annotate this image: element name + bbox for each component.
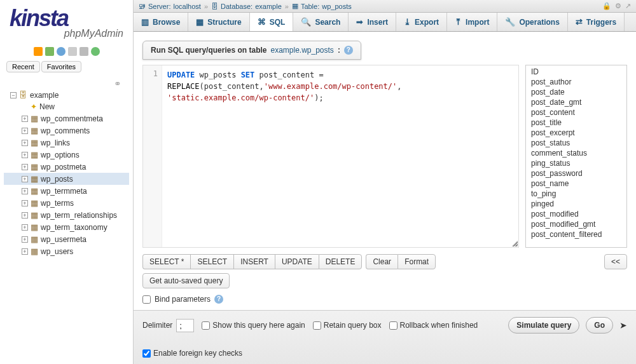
resize-handle[interactable] — [511, 240, 518, 246]
table-icon: ▦ — [31, 114, 38, 123]
column-option[interactable]: post_date — [526, 87, 626, 97]
tree-table-wp_postmeta[interactable]: +▦wp_postmeta — [4, 161, 129, 173]
column-option[interactable]: pinged — [526, 199, 626, 209]
tab-favorites[interactable]: Favorites — [41, 61, 81, 72]
tree-table-wp_term_relationships[interactable]: +▦wp_term_relationships — [4, 209, 129, 221]
tree-table-wp_terms[interactable]: +▦wp_terms — [4, 197, 129, 209]
tab-browse[interactable]: ▥Browse — [134, 13, 188, 31]
expand-icon[interactable]: + — [22, 188, 28, 194]
simulate-button[interactable]: Simulate query — [508, 317, 579, 334]
column-list[interactable]: IDpost_authorpost_datepost_date_gmtpost_… — [525, 65, 627, 248]
collapse-icon[interactable]: − — [10, 92, 17, 98]
update-button[interactable]: UPDATE — [275, 254, 319, 269]
select-button[interactable]: SELECT — [190, 254, 233, 269]
help-icon[interactable]: ? — [344, 46, 353, 55]
tree-table-wp_options[interactable]: +▦wp_options — [4, 149, 129, 161]
query-header-prefix: Run SQL query/queries on table — [151, 46, 266, 55]
expand-icon[interactable]: + — [22, 212, 28, 219]
retain-checkbox[interactable] — [313, 321, 321, 330]
expand-icon[interactable]: + — [22, 224, 28, 231]
rollback-option[interactable]: Rollback when finished — [389, 321, 478, 330]
settings-icon[interactable] — [80, 47, 88, 56]
overview-icon[interactable]: ↗ — [625, 2, 631, 10]
fk-checkbox[interactable] — [142, 349, 151, 358]
bind-params-label: Bind parameters — [155, 295, 211, 304]
tab-structure[interactable]: ▦Structure — [188, 13, 249, 31]
tree-table-wp_usermeta[interactable]: +▦wp_usermeta — [4, 233, 129, 245]
column-option[interactable]: post_excerpt — [526, 128, 626, 138]
collapse-columns-button[interactable]: << — [604, 254, 627, 269]
bind-params-checkbox[interactable] — [142, 295, 151, 304]
delimiter-input[interactable] — [176, 319, 194, 332]
format-button[interactable]: Format — [398, 254, 436, 269]
select-star-button[interactable]: SELECT * — [142, 254, 190, 269]
code-area[interactable]: UPDATE wp_posts SET post_content = REPLA… — [162, 65, 407, 247]
column-option[interactable]: comment_status — [526, 148, 626, 158]
tree-table-wp_comments[interactable]: +▦wp_comments — [4, 125, 129, 137]
bc-table[interactable]: ▦Table: wp_posts — [292, 2, 352, 10]
column-option[interactable]: post_author — [526, 77, 626, 87]
tree-table-wp_users[interactable]: +▦wp_users — [4, 245, 129, 257]
tab-operations[interactable]: 🔧Operations — [497, 13, 567, 31]
tree-table-wp_term_taxonomy[interactable]: +▦wp_term_taxonomy — [4, 221, 129, 233]
column-option[interactable]: post_content — [526, 107, 626, 118]
go-button[interactable]: Go — [586, 317, 613, 334]
fk-option[interactable]: Enable foreign key checks — [142, 349, 242, 358]
lock-icon[interactable]: 🔒 — [602, 2, 611, 10]
exit-icon[interactable] — [45, 47, 54, 56]
tree-db-node[interactable]: − 🗄 example — [4, 89, 129, 101]
sql-editor[interactable]: 1 UPDATE wp_posts SET post_content = REP… — [142, 65, 519, 248]
column-option[interactable]: ping_status — [526, 158, 626, 168]
home-icon[interactable] — [34, 47, 43, 56]
column-option[interactable]: ID — [526, 67, 626, 77]
tree-table-wp_posts[interactable]: +▦wp_posts — [4, 173, 129, 185]
rollback-checkbox[interactable] — [389, 321, 398, 330]
help-icon[interactable]: ? — [214, 295, 223, 304]
tab-triggers[interactable]: ⇄Triggers — [568, 13, 625, 31]
expand-icon[interactable]: + — [22, 164, 28, 170]
show-again-checkbox[interactable] — [202, 321, 210, 330]
tree-new[interactable]: ✦ New — [4, 101, 129, 112]
expand-icon[interactable]: + — [22, 248, 28, 255]
expand-icon[interactable]: + — [22, 116, 28, 122]
tab-import[interactable]: ⤒Import — [447, 13, 497, 31]
delete-button[interactable]: DELETE — [319, 254, 363, 269]
show-again-option[interactable]: Show this query here again — [202, 321, 305, 330]
column-option[interactable]: post_date_gmt — [526, 97, 626, 107]
insert-button[interactable]: INSERT — [233, 254, 275, 269]
column-option[interactable]: post_modified_gmt — [526, 219, 626, 229]
query-header-table[interactable]: example.wp_posts — [270, 46, 333, 55]
link-icon[interactable]: ⚭ — [4, 79, 129, 89]
expand-icon[interactable]: + — [22, 200, 28, 206]
reload-icon[interactable] — [91, 47, 100, 56]
sql-icon[interactable] — [57, 47, 66, 56]
tab-sql[interactable]: ⌘SQL — [250, 13, 294, 31]
expand-icon[interactable]: + — [22, 152, 28, 158]
tree-table-wp_commentmeta[interactable]: +▦wp_commentmeta — [4, 112, 129, 125]
clear-button[interactable]: Clear — [366, 254, 398, 269]
tab-export[interactable]: ⤓Export — [396, 13, 447, 31]
tab-search[interactable]: 🔍Search — [293, 13, 349, 31]
column-option[interactable]: to_ping — [526, 189, 626, 199]
bc-server[interactable]: 🖳Server: localhost — [139, 3, 201, 10]
column-option[interactable]: post_name — [526, 179, 626, 189]
expand-icon[interactable]: + — [22, 140, 28, 146]
tab-recent[interactable]: Recent — [6, 61, 40, 72]
retain-option[interactable]: Retain query box — [313, 321, 382, 330]
tab-insert[interactable]: ➟Insert — [349, 13, 396, 31]
tree-table-wp_termmeta[interactable]: +▦wp_termmeta — [4, 185, 129, 197]
column-option[interactable]: post_status — [526, 138, 626, 148]
expand-icon[interactable]: + — [22, 236, 28, 243]
gear-icon[interactable]: ⚙ — [615, 2, 621, 10]
expand-icon[interactable]: + — [22, 176, 28, 182]
tree-table-wp_links[interactable]: +▦wp_links — [4, 137, 129, 149]
sidebar: kinsta phpMyAdmin Recent Favorites ⚭ − 🗄… — [0, 0, 134, 364]
column-option[interactable]: post_title — [526, 118, 626, 128]
bc-database[interactable]: 🗄Database: example — [211, 3, 282, 10]
column-option[interactable]: post_modified — [526, 209, 626, 219]
autosaved-button[interactable]: Get auto-saved query — [142, 273, 230, 288]
expand-icon[interactable]: + — [22, 128, 28, 134]
column-option[interactable]: post_content_filtered — [526, 229, 626, 239]
column-option[interactable]: post_password — [526, 168, 626, 179]
docs-icon[interactable] — [68, 47, 77, 56]
